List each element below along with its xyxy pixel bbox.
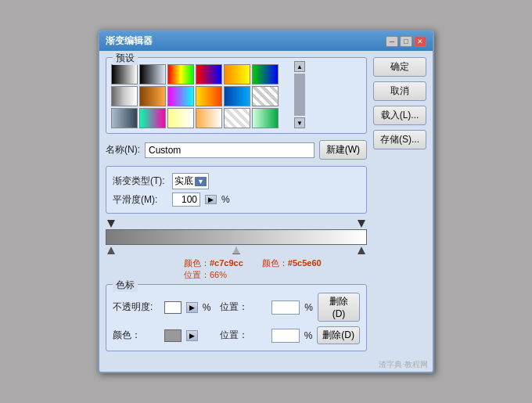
color-swatch[interactable]	[164, 329, 182, 342]
preset-swatch[interactable]	[196, 86, 222, 106]
scroll-down-button[interactable]: ▼	[294, 117, 305, 128]
name-row: 名称(N): 新建(W)	[106, 140, 367, 160]
color-markers	[106, 246, 367, 254]
presets-wrapper: ▲ ▼	[111, 61, 361, 128]
preset-swatch[interactable]	[252, 64, 279, 85]
color-stop-mid[interactable]	[232, 246, 240, 254]
opacity-row: 不透明度: ▶ % 位置： % 删除(D)	[113, 293, 360, 322]
preset-swatch[interactable]	[139, 108, 166, 128]
colorstop-1-info: 颜色：#c7c9cc 位置：66%	[184, 257, 243, 281]
color-settings-section: 色标 不透明度: ▶ % 位置： % 删除(D) 颜色： ▶	[106, 284, 367, 351]
gradient-bar[interactable]	[106, 229, 367, 245]
opacity-stop-left[interactable]	[107, 220, 115, 228]
opacity-delete-button[interactable]: 删除(D)	[318, 293, 360, 322]
colorstop-annotations: 颜色：#c7c9cc 位置：66% 颜色：#5c5e60	[106, 257, 367, 281]
presets-section: 预设	[106, 57, 367, 134]
smoothness-label: 平滑度(M):	[113, 193, 167, 207]
preset-swatch[interactable]	[224, 108, 250, 128]
opacity-arrow-button[interactable]: ▶	[186, 302, 198, 313]
cancel-button[interactable]: 取消	[373, 81, 426, 101]
opacity-markers	[106, 220, 367, 228]
color-stop-left[interactable]	[107, 246, 115, 254]
presets-grid	[111, 64, 279, 128]
window-title: 渐变编辑器	[106, 34, 153, 48]
presets-scrollbar: ▲ ▼	[294, 61, 305, 128]
smoothness-input[interactable]: 100	[172, 193, 200, 207]
color-position-label: 位置：	[220, 329, 267, 342]
watermark: 渣字典·教程网	[99, 358, 433, 372]
window-controls: ─ □ ✕	[386, 36, 426, 47]
opacity-stop-right[interactable]	[358, 220, 365, 228]
window-body: 预设	[99, 51, 433, 358]
color-delete-button[interactable]: 删除(D)	[317, 326, 360, 344]
gradient-type-value: 实底	[174, 175, 193, 188]
gradient-type-select[interactable]: 实底 ▼	[172, 173, 209, 189]
chevron-down-icon: ▼	[195, 177, 207, 186]
preset-swatch[interactable]	[224, 64, 250, 85]
opacity-position-input[interactable]	[271, 300, 300, 315]
preset-swatch[interactable]	[139, 64, 166, 85]
confirm-button[interactable]: 确定	[373, 57, 426, 77]
preset-swatch[interactable]	[111, 86, 138, 106]
opacity-position-unit: %	[304, 302, 313, 313]
opacity-position-label: 位置：	[220, 300, 267, 314]
name-input[interactable]	[145, 142, 315, 158]
color-position-input[interactable]	[271, 329, 300, 343]
preset-swatch[interactable]	[252, 108, 279, 128]
preset-swatch[interactable]	[167, 108, 194, 128]
color-stop-right[interactable]	[358, 246, 365, 254]
colorstop2-color-value: #5c5e60	[288, 258, 322, 268]
preset-swatch[interactable]	[252, 86, 279, 106]
watermark-text: 渣字典·教程网	[379, 360, 428, 369]
colorstop-2-info: 颜色：#5c5e60	[262, 257, 322, 281]
preset-swatch[interactable]	[111, 64, 138, 85]
smoothness-unit: %	[221, 194, 230, 205]
color-label: 颜色：	[113, 329, 160, 342]
scroll-up-button[interactable]: ▲	[294, 61, 305, 72]
scroll-track	[294, 74, 305, 116]
main-area: 预设	[106, 57, 367, 351]
close-button[interactable]: ✕	[414, 36, 426, 47]
new-button[interactable]: 新建(W)	[319, 140, 367, 160]
presets-label: 预设	[113, 52, 138, 65]
side-buttons: 确定 取消 载入(L)... 存储(S)...	[373, 57, 426, 351]
color-arrow-button[interactable]: ▶	[186, 330, 198, 341]
smoothness-row: 平滑度(M): 100 ▶ %	[113, 193, 360, 207]
color-section-label: 色标	[113, 279, 138, 292]
color-stop-selected-area	[232, 246, 240, 254]
opacity-unit: %	[203, 302, 211, 313]
colorstop1-color-label: 颜色：	[184, 258, 210, 268]
preset-swatch[interactable]	[196, 108, 222, 128]
gradient-type-row: 渐变类型(T): 实底 ▼	[113, 173, 360, 189]
colorstop2-color-label: 颜色：	[262, 258, 288, 268]
opacity-swatch	[164, 301, 182, 314]
name-label: 名称(N):	[106, 143, 140, 157]
preset-swatch[interactable]	[139, 86, 166, 106]
color-row: 颜色： ▶ 位置： % 删除(D)	[113, 326, 360, 344]
smoothness-up-button[interactable]: ▶	[205, 195, 217, 204]
save-button[interactable]: 存储(S)...	[373, 130, 426, 149]
preset-swatch[interactable]	[224, 86, 250, 106]
preset-swatch[interactable]	[167, 64, 194, 85]
gradient-type-label: 渐变类型(T):	[113, 175, 167, 188]
minimize-button[interactable]: ─	[386, 36, 398, 47]
preset-swatch[interactable]	[196, 64, 222, 85]
gradient-bar-container	[106, 220, 367, 254]
colorstop1-color-value: #c7c9cc	[210, 258, 243, 268]
preset-swatch[interactable]	[167, 86, 194, 106]
load-button[interactable]: 载入(L)...	[373, 106, 426, 125]
preset-swatch[interactable]	[111, 108, 138, 128]
color-position-unit: %	[304, 330, 313, 341]
title-bar: 渐变编辑器 ─ □ ✕	[99, 31, 433, 51]
colorstop1-position: 位置：66%	[184, 270, 227, 279]
gradient-editor-window: 渐变编辑器 ─ □ ✕ 预设	[98, 30, 434, 373]
maximize-button[interactable]: □	[400, 36, 412, 47]
opacity-label: 不透明度:	[113, 300, 160, 314]
gradient-settings: 渐变类型(T): 实底 ▼ 平滑度(M): 100 ▶ %	[106, 166, 367, 214]
